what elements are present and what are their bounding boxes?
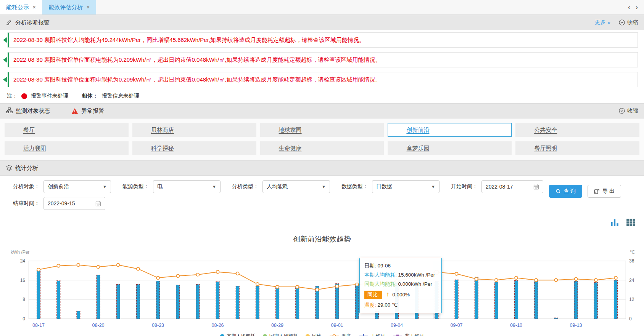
monitor-object-button[interactable]: 童梦乐园 <box>388 141 512 155</box>
alert-message[interactable]: 2022-08-30 襄阳科技馆单位面积电能耗为0.209kWh/㎡，超出日约束… <box>8 52 638 67</box>
monitor-object-button[interactable]: 创新前沿 <box>388 123 512 137</box>
legend-item[interactable]: 同期人均能耗 <box>263 333 298 336</box>
monitor-object-button[interactable]: 活力襄阳 <box>5 141 129 155</box>
tab-scroll-controls: ‹ › <box>628 0 644 14</box>
monitor-object-button[interactable]: 公共安全 <box>515 123 639 137</box>
monitor-object-button[interactable]: 科学探秘 <box>132 141 256 155</box>
warning-triangle-icon <box>71 108 78 114</box>
close-icon[interactable]: ✕ <box>86 5 90 10</box>
alarm-section-header: 分析诊断报警 更多 » 收缩 <box>0 15 644 30</box>
x-axis-labels: 08-1708-2008-2308-2608-2909-0109-0409-07… <box>0 322 644 329</box>
bar-chart-view-icon[interactable] <box>610 218 620 227</box>
tab-scroll-right-icon[interactable]: › <box>636 4 638 11</box>
x-axis-label: 08-17 <box>32 323 45 328</box>
monitor-object-button[interactable]: 贝林商店 <box>132 123 256 137</box>
tooltip-series-value: 15.600kWh /Per <box>398 272 435 278</box>
legend-line-plus-icon <box>359 334 369 336</box>
alert-arrow-icon <box>3 37 7 43</box>
legend-item[interactable]: 工作日 <box>359 333 385 336</box>
monitor-object-label: 活力襄阳 <box>23 145 46 152</box>
filter-label: 数据类型： <box>341 183 368 190</box>
monitor-object-button[interactable]: 餐厅照明 <box>515 141 639 155</box>
x-axis-label: 08-20 <box>92 323 105 328</box>
alarm-section-title: 分析诊断报警 <box>15 19 50 26</box>
stats-section-title: 统计分析 <box>15 165 38 172</box>
export-button[interactable]: x 导 出 <box>588 185 621 198</box>
chevron-down-circle-icon <box>619 108 625 114</box>
x-axis-label: 09-13 <box>570 323 582 328</box>
monitor-object-button[interactable]: 生命健康 <box>260 141 384 155</box>
tab-scroll-left-icon[interactable]: ‹ <box>628 4 630 11</box>
close-icon[interactable]: ✕ <box>32 5 36 10</box>
chart-tooltip: 日期: 09-06 本期人均能耗: 15.600kWh /Per同期人均能耗: … <box>359 258 442 313</box>
monitor-object-button[interactable]: 餐厅 <box>5 123 129 137</box>
page: 能耗公示 ✕ 能效评估分析 ✕ ‹ › 分析诊断报警 更多 » 收缩 20 <box>0 0 644 336</box>
tab-efficiency-analysis[interactable]: 能效评估分析 ✕ <box>42 0 96 14</box>
layers-icon <box>6 165 12 172</box>
x-axis-label: 09-07 <box>451 323 463 328</box>
alert-message[interactable]: 2022-08-30 襄阳科技馆单位面积电能耗为0.209kWh/㎡，超出日约束… <box>8 72 638 87</box>
table-view-icon[interactable] <box>626 218 636 227</box>
filter-select[interactable]: 创新前沿▼ <box>43 180 111 193</box>
filter-select[interactable]: 人均能耗▼ <box>262 180 330 193</box>
monitor-object-label: 童梦乐园 <box>406 145 429 152</box>
legend-item[interactable]: 同比 <box>306 333 322 336</box>
x-axis-label: 09-10 <box>510 323 522 328</box>
filter-select-value: 创新前沿 <box>48 183 69 190</box>
tab-label: 能效评估分析 <box>48 4 83 11</box>
monitor-object-label: 餐厅照明 <box>534 145 557 152</box>
filter-group: 分析对象：创新前沿▼ <box>13 180 111 193</box>
svg-text:36: 36 <box>629 258 634 264</box>
stats-section-header: 统计分析 <box>0 160 644 176</box>
legend-line-square-icon <box>393 334 402 336</box>
alert-message[interactable]: 2022-08-30 襄阳科技馆人均能耗为49.244kWh/Per，同比增幅4… <box>8 32 638 48</box>
filter-label: 分析类型： <box>232 183 259 190</box>
sitemap-icon <box>6 107 13 115</box>
legend-label: 同期人均能耗 <box>269 333 298 336</box>
legend-item[interactable]: 非工作日 <box>393 333 424 336</box>
x-axis-label: 09-01 <box>331 323 343 328</box>
svg-text:12: 12 <box>629 297 634 302</box>
monitor-object-label: 科学探秘 <box>151 145 174 152</box>
monitor-object-label: 生命健康 <box>279 145 302 152</box>
query-button[interactable]: 查 询 <box>549 185 582 198</box>
double-chevron-icon: » <box>607 19 610 26</box>
svg-text:0: 0 <box>629 316 632 322</box>
alarm-note: 注： 报警事件未处理 粗体： 报警信息未处理 <box>0 91 644 103</box>
filter-select[interactable]: 电▼ <box>153 180 221 193</box>
filter-label: 分析对象： <box>13 183 40 190</box>
filter-select[interactable]: 日数据▼ <box>372 180 440 193</box>
monitor-collapse-button[interactable]: 收缩 <box>619 107 638 114</box>
chevron-down-icon: ▼ <box>103 184 107 189</box>
legend-item[interactable]: 本期人均能耗 <box>220 333 255 336</box>
legend-item[interactable]: 温度 <box>329 333 351 336</box>
start-date-input[interactable]: 2022-08-17 <box>481 180 543 193</box>
svg-text:24: 24 <box>629 278 634 283</box>
monitor-object-button[interactable]: 地球家园 <box>260 123 384 137</box>
alert-row: 2022-08-30 襄阳科技馆人均能耗为49.244kWh/Per，同比增幅4… <box>3 32 638 48</box>
tab-energy-publicity[interactable]: 能耗公示 ✕ <box>0 0 42 14</box>
alert-arrow-icon <box>3 77 7 83</box>
tooltip-date-label: 日期: <box>364 263 378 269</box>
legend-dot-icon <box>220 334 224 336</box>
note-bold-desc: 报警信息未处理 <box>102 93 139 99</box>
tooltip-series-row: 本期人均能耗: 15.600kWh /Per <box>364 270 437 280</box>
end-date-input[interactable]: 2022-09-15 <box>43 197 105 210</box>
filter-select-value: 人均能耗 <box>267 183 288 190</box>
monitor-section-title: 监测对象状态 <box>16 107 50 115</box>
search-icon <box>555 189 561 194</box>
legend-label: 工作日 <box>371 333 385 336</box>
filter-label: 能源类型： <box>122 183 149 190</box>
up-arrow-icon: ↑ <box>386 291 390 298</box>
filter-actions: 查 询 x 导 出 <box>549 185 621 198</box>
filter-group: 分析类型：人均能耗▼ <box>232 180 330 193</box>
chart-title: 创新前沿能效趋势 <box>0 216 644 244</box>
svg-text:8: 8 <box>23 297 25 302</box>
legend-label: 非工作日 <box>405 333 424 336</box>
x-axis-label: 08-23 <box>152 323 164 328</box>
legend-dot-icon <box>306 334 310 336</box>
calendar-icon <box>95 201 101 206</box>
alarm-collapse-button[interactable]: 收缩 <box>619 19 638 26</box>
monitor-object-grid: 餐厅贝林商店地球家园创新前沿公共安全活力襄阳科学探秘生命健康童梦乐园餐厅照明 <box>0 118 644 160</box>
more-link[interactable]: 更多 » <box>595 19 610 26</box>
